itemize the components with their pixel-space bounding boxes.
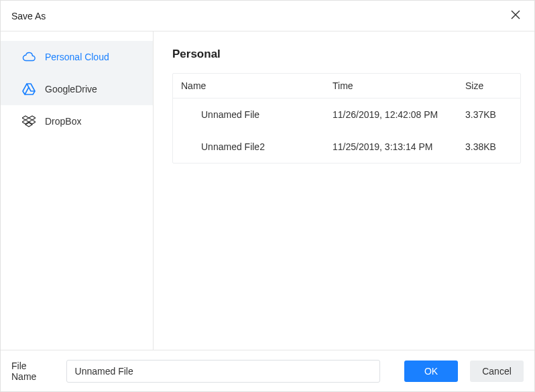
main-panel: Personal Name Time Size Unnamed File 11/… (154, 31, 534, 350)
cell-time: 11/25/2019, 3:13:14 PM (333, 141, 465, 152)
cell-time: 11/26/2019, 12:42:08 PM (333, 109, 465, 120)
column-header-time[interactable]: Time (333, 80, 465, 91)
sidebar-item-label: DropBox (45, 116, 81, 127)
file-table: Name Time Size Unnamed File 11/26/2019, … (172, 73, 521, 164)
save-as-dialog: Save As Personal Cloud (0, 0, 535, 392)
table-row[interactable]: Unnamed File2 11/25/2019, 3:13:14 PM 3.3… (173, 131, 520, 163)
column-header-name[interactable]: Name (173, 80, 333, 91)
cell-size: 3.38KB (465, 141, 520, 152)
cell-size: 3.37KB (465, 109, 520, 120)
close-icon (511, 10, 520, 21)
google-drive-icon (22, 82, 36, 96)
table-row[interactable]: Unnamed File 11/26/2019, 12:42:08 PM 3.3… (173, 99, 520, 131)
cell-name: Unnamed File2 (173, 141, 333, 152)
cloud-icon (22, 50, 36, 64)
dialog-title: Save As (11, 11, 46, 21)
sidebar-item-label: GoogleDrive (45, 84, 97, 94)
dropbox-icon (22, 115, 36, 128)
location-heading: Personal (172, 48, 521, 61)
titlebar: Save As (1, 1, 534, 31)
dialog-body: Personal Cloud GoogleDrive (1, 31, 534, 350)
sidebar-item-personal-cloud[interactable]: Personal Cloud (1, 41, 153, 73)
cancel-button[interactable]: Cancel (470, 361, 524, 382)
sidebar-item-google-drive[interactable]: GoogleDrive (1, 73, 153, 105)
sidebar-item-dropbox[interactable]: DropBox (1, 105, 153, 137)
cell-name: Unnamed File (173, 109, 333, 120)
filename-label: File Name (11, 361, 54, 382)
filename-input[interactable] (66, 360, 380, 383)
footer: File Name OK Cancel (1, 350, 534, 391)
close-button[interactable] (509, 9, 522, 23)
ok-button[interactable]: OK (404, 361, 458, 382)
sidebar-item-label: Personal Cloud (45, 52, 109, 62)
sidebar: Personal Cloud GoogleDrive (1, 31, 154, 350)
table-header: Name Time Size (173, 74, 520, 99)
column-header-size[interactable]: Size (465, 80, 520, 91)
